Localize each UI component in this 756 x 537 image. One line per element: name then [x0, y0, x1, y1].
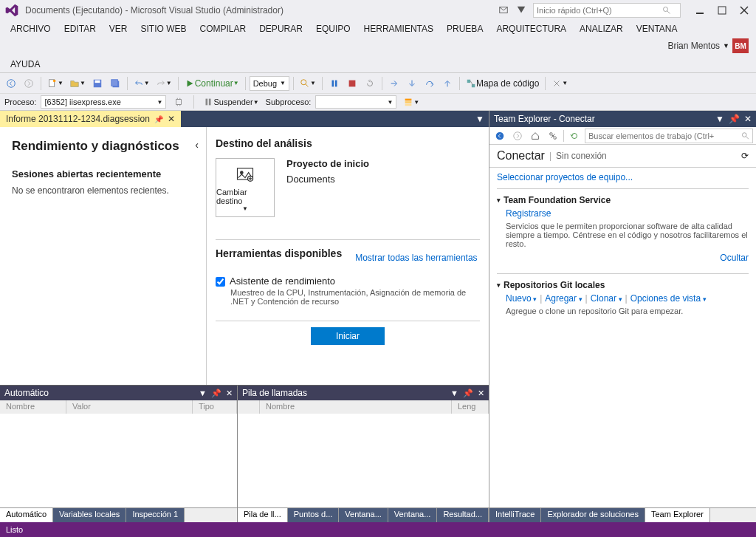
menu-herramientas[interactable]: HERRAMIENTAS — [358, 21, 439, 37]
tab-solution-explorer[interactable]: Explorador de soluciones — [541, 508, 645, 522]
menu-sitio-web[interactable]: SITIO WEB — [135, 21, 193, 37]
nav-back-button[interactable] — [3, 75, 19, 92]
new-item-button[interactable]: ▼ — [45, 75, 66, 92]
tab-inspeccion[interactable]: Inspección 1 — [126, 508, 185, 522]
te-home-button[interactable] — [528, 129, 543, 143]
close-button[interactable] — [737, 3, 752, 18]
select-team-projects-link[interactable]: Seleccionar proyectos de equipo... — [497, 172, 633, 182]
step-into-button[interactable] — [404, 75, 420, 92]
recent-sessions-empty: No se encontraron elementos recientes. — [12, 185, 194, 196]
git-clone-link[interactable]: Clonar — [591, 293, 622, 304]
menu-ventana[interactable]: VENTANA — [630, 21, 684, 37]
tfs-title[interactable]: Team Foundation Service — [497, 195, 749, 205]
te-search[interactable] — [585, 129, 753, 143]
document-tab[interactable]: Informe 20131112-1234.diagsession 📌 ✕ — [0, 111, 181, 127]
feedback-icon[interactable] — [515, 4, 527, 16]
git-view-options-link[interactable]: Opciones de vista — [630, 293, 707, 304]
maximize-button[interactable] — [715, 3, 729, 18]
te-refresh-button[interactable] — [567, 129, 582, 143]
tab-pila[interactable]: Pila de ll... — [238, 508, 288, 522]
startup-project-label: Proyecto de inicio — [286, 158, 369, 169]
config-combo[interactable]: Debug▼ — [250, 76, 289, 91]
menu-ayuda[interactable]: AYUDA — [4, 56, 46, 72]
pin-icon[interactable]: 📌 — [154, 115, 163, 123]
te-back-button[interactable] — [492, 129, 507, 143]
tab-resultados[interactable]: Resultad... — [437, 508, 489, 522]
tab-automatico[interactable]: Automático — [0, 508, 53, 522]
menu-depurar[interactable]: DEPURAR — [253, 21, 309, 37]
panel-close-icon[interactable]: ✕ — [478, 389, 484, 398]
te-dropdown-icon[interactable]: ▼ — [715, 114, 724, 124]
show-all-tools-link[interactable]: Mostrar todas las herramientas — [355, 253, 477, 263]
menu-ver[interactable]: VER — [103, 21, 134, 37]
pause-button[interactable] — [326, 75, 343, 92]
git-new-link[interactable]: Nuevo — [506, 293, 537, 304]
perf-main: Destino del análisis Cambiar destino ▼ P… — [207, 127, 489, 385]
redo-button[interactable]: ▼ — [154, 75, 174, 92]
te-close-icon[interactable]: ✕ — [744, 114, 752, 124]
panel-dropdown-icon[interactable]: ▼ — [199, 389, 207, 398]
change-target-button[interactable]: Cambiar destino ▼ — [216, 158, 275, 217]
menu-editar[interactable]: EDITAR — [58, 21, 102, 37]
continue-button[interactable]: Continuar ▼ — [182, 75, 241, 92]
tab-puntos[interactable]: Puntos d... — [288, 508, 340, 522]
nav-fwd-button[interactable] — [21, 75, 37, 92]
notifications-icon[interactable] — [498, 4, 509, 16]
panel-dropdown-icon[interactable]: ▼ — [450, 389, 458, 398]
svg-rect-4 — [718, 7, 726, 14]
menu-arquitectura[interactable]: ARQUITECTURA — [490, 21, 572, 37]
tab-intellitrace[interactable]: IntelliTrace — [489, 508, 541, 522]
tab-dropdown-icon[interactable]: ▼ — [475, 114, 484, 124]
quick-launch-search[interactable] — [533, 3, 681, 18]
process-combo[interactable]: [6352] iisexpress.exe▼ — [41, 95, 166, 109]
restart-button[interactable] — [362, 75, 378, 92]
tab-variables-locales[interactable]: Variables locales — [53, 508, 126, 522]
te-fwd-button[interactable] — [510, 129, 525, 143]
menu-equipo[interactable]: EQUIPO — [310, 21, 357, 37]
panel-close-icon[interactable]: ✕ — [226, 389, 233, 398]
tfs-hide-link[interactable]: Ocultar — [720, 253, 749, 263]
step-over-button[interactable] — [422, 75, 438, 92]
te-connect-button[interactable] — [546, 129, 560, 143]
start-button[interactable]: Iniciar — [311, 327, 385, 345]
suspend-button[interactable]: Suspender ▼ — [201, 94, 261, 110]
git-title[interactable]: Repositorios Git locales — [497, 280, 749, 290]
thread-icon[interactable] — [171, 94, 187, 110]
perf-heading: Rendimiento y diagnósticos — [12, 139, 194, 154]
menu-prueba[interactable]: PRUEBA — [441, 21, 489, 37]
stop-button[interactable] — [344, 75, 360, 92]
svg-rect-17 — [331, 80, 334, 86]
undo-button[interactable]: ▼ — [131, 75, 152, 92]
minimize-button[interactable] — [693, 3, 707, 18]
step-next-button[interactable] — [386, 75, 402, 92]
quick-launch-input[interactable] — [537, 6, 662, 15]
panel-pin-icon[interactable]: 📌 — [211, 389, 221, 398]
tab-ventana2[interactable]: Ventana... — [388, 508, 438, 522]
tab-team-explorer[interactable]: Team Explorer — [645, 508, 710, 522]
save-all-button[interactable] — [107, 75, 123, 92]
step-out-button[interactable] — [439, 75, 456, 92]
target-icon — [235, 164, 255, 185]
menu-archivo[interactable]: ARCHIVO — [4, 21, 57, 37]
stack-icon[interactable]: ▼ — [401, 94, 422, 110]
tab-ventana1[interactable]: Ventana... — [339, 508, 388, 522]
subprocess-combo[interactable]: ▼ — [315, 95, 396, 109]
misc-button[interactable]: ▼ — [549, 75, 570, 92]
close-tab-icon[interactable]: ✕ — [168, 114, 175, 124]
git-add-link[interactable]: Agregar — [545, 293, 582, 304]
user-badge[interactable]: BM — [732, 38, 749, 53]
codemap-button[interactable]: Mapa de código — [464, 75, 541, 92]
collapse-sidebar-icon[interactable]: ‹ — [195, 139, 199, 151]
te-page-dropdown-icon[interactable]: ⟳ — [741, 151, 749, 161]
open-button[interactable]: ▼ — [67, 75, 88, 92]
panel-pin-icon[interactable]: 📌 — [463, 389, 473, 398]
menu-analizar[interactable]: ANALIZAR — [574, 21, 629, 37]
save-button[interactable] — [89, 75, 106, 92]
te-search-input[interactable] — [588, 131, 741, 140]
te-pin-icon[interactable]: 📌 — [729, 114, 740, 124]
user-name[interactable]: Brian Mentos — [667, 41, 720, 51]
tfs-register-link[interactable]: Registrarse — [506, 208, 551, 219]
find-button[interactable]: ▼ — [298, 75, 318, 92]
menu-compilar[interactable]: COMPILAR — [194, 21, 252, 37]
tool-checkbox[interactable] — [216, 277, 225, 287]
